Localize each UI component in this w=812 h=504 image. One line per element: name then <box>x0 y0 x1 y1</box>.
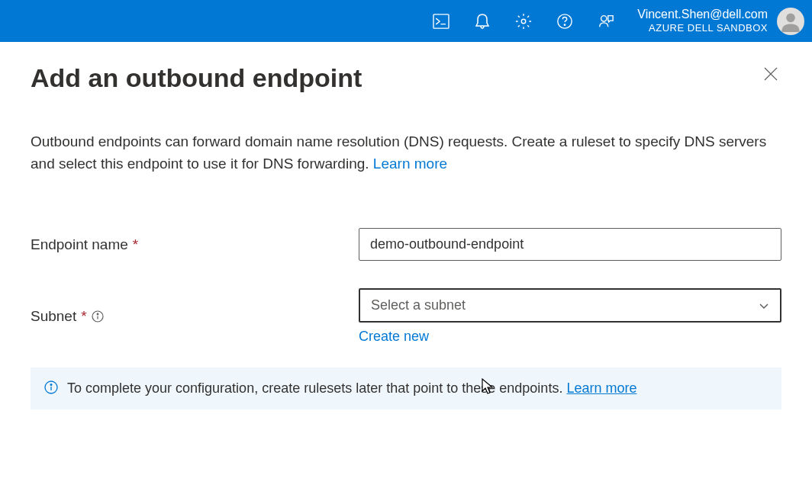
page-title: Add an outbound endpoint <box>31 63 362 93</box>
help-icon[interactable] <box>556 13 573 30</box>
endpoint-name-input[interactable] <box>359 228 781 261</box>
info-banner: To complete your configuration, create r… <box>31 368 781 409</box>
header-icons <box>433 13 614 30</box>
avatar[interactable] <box>777 8 804 35</box>
learn-more-link[interactable]: Learn more <box>373 156 447 172</box>
cloud-shell-icon[interactable] <box>433 13 450 30</box>
user-text: Vincent.Shen@dell.com AZURE DELL SANDBOX <box>637 7 768 36</box>
subnet-input-area: Select a subnet Create new <box>359 288 781 345</box>
svg-rect-0 <box>433 14 449 27</box>
subnet-row: Subnet * Select a subnet Create new <box>31 288 781 345</box>
svg-point-6 <box>786 13 795 22</box>
close-button[interactable] <box>760 63 781 88</box>
info-banner-icon <box>44 380 58 397</box>
info-banner-text: To complete your configuration, create r… <box>67 378 636 399</box>
subnet-label-text: Subnet <box>31 308 76 325</box>
endpoint-name-label: Endpoint name * <box>31 236 359 253</box>
required-indicator: * <box>133 236 138 253</box>
svg-point-4 <box>565 24 566 24</box>
close-icon <box>763 66 778 82</box>
user-email: Vincent.Shen@dell.com <box>637 7 768 23</box>
endpoint-name-input-area <box>359 228 781 261</box>
info-icon[interactable] <box>92 310 104 323</box>
svg-point-13 <box>50 384 52 386</box>
create-new-link[interactable]: Create new <box>359 329 429 345</box>
subnet-label: Subnet * <box>31 308 359 325</box>
main-content: Add an outbound endpoint Outbound endpoi… <box>0 42 812 431</box>
notifications-icon[interactable] <box>474 13 491 30</box>
global-header: Vincent.Shen@dell.com AZURE DELL SANDBOX <box>0 0 812 42</box>
chevron-down-icon <box>759 300 769 311</box>
svg-point-10 <box>97 313 98 315</box>
svg-point-5 <box>601 15 607 21</box>
endpoint-name-row: Endpoint name * <box>31 228 781 261</box>
settings-icon[interactable] <box>515 13 532 30</box>
info-banner-message: To complete your configuration, create r… <box>67 380 562 396</box>
feedback-icon[interactable] <box>598 13 614 30</box>
subnet-placeholder: Select a subnet <box>371 297 466 313</box>
user-account-section[interactable]: Vincent.Shen@dell.com AZURE DELL SANDBOX <box>637 7 804 36</box>
user-tenant: AZURE DELL SANDBOX <box>637 22 768 35</box>
subnet-select[interactable]: Select a subnet <box>359 288 781 323</box>
info-banner-learn-more[interactable]: Learn more <box>566 380 636 396</box>
required-indicator: * <box>81 308 86 325</box>
title-row: Add an outbound endpoint <box>31 63 781 93</box>
description: Outbound endpoints can forward domain na… <box>31 131 781 175</box>
endpoint-name-label-text: Endpoint name <box>31 236 128 253</box>
svg-point-2 <box>522 19 527 24</box>
